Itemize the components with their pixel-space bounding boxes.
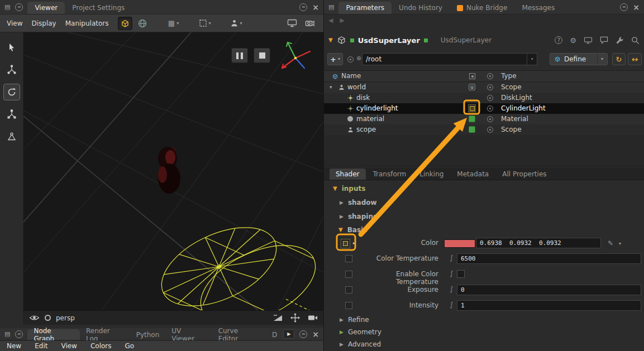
tab-metadata[interactable]: Metadata [451, 169, 495, 180]
close-icon[interactable]: × [312, 330, 319, 338]
camera-name[interactable]: persp [56, 314, 75, 322]
color-temperature-input[interactable]: 6500 [457, 253, 641, 264]
edit-pen-icon[interactable]: ✎ [608, 239, 613, 247]
close-icon[interactable]: × [312, 3, 319, 11]
path-dropdown-icon[interactable]: ▾ [527, 54, 533, 65]
visibility-icon[interactable] [487, 95, 493, 101]
exposure-input[interactable]: 0 [457, 285, 641, 295]
camera-person-dropdown[interactable]: ▾ [229, 17, 244, 30]
expression-icon[interactable]: ∫ [450, 270, 453, 277]
tab-uv-viewer[interactable]: UV Viewer [165, 329, 212, 340]
visibility-icon[interactable] [487, 127, 493, 133]
tab-all-properties[interactable]: All Properties [496, 169, 552, 180]
panel-menu-icon[interactable]: ▤ [328, 4, 334, 10]
enable-color-temperature-checkbox[interactable] [457, 270, 465, 278]
expression-icon[interactable]: ∫ [450, 301, 453, 309]
gear-icon[interactable]: ⚙ [570, 36, 576, 45]
prim-path-input[interactable]: /root ▾ [362, 53, 537, 65]
tab-nuke-bridge[interactable]: Nuke Bridge [450, 2, 514, 14]
camera-ring-icon[interactable] [45, 315, 51, 321]
snapshot-button[interactable] [302, 17, 317, 30]
status-badge[interactable] [469, 116, 475, 122]
visibility-icon[interactable] [487, 84, 493, 90]
tab-parameters[interactable]: Parameters [338, 2, 392, 14]
name-column-header[interactable]: Name [341, 72, 361, 80]
select-tool-button[interactable] [3, 39, 20, 56]
visibility-icon[interactable] [487, 116, 493, 122]
tab-transform[interactable]: Transform [367, 169, 413, 180]
shading-mode-button[interactable] [118, 17, 132, 30]
tab-truncated[interactable]: D [266, 329, 283, 340]
status-badge[interactable]: u [469, 84, 475, 90]
table-row-world[interactable]: ▾ world u Scope [324, 82, 644, 93]
table-row-cylinderlight[interactable]: cylinderlight CylinderLight [324, 103, 644, 114]
group-refine[interactable]: ▶ Refine [340, 315, 369, 325]
add-prim-button[interactable]: + ▾ [327, 53, 343, 65]
translate-tool-button[interactable] [3, 61, 20, 78]
watch-icon[interactable] [347, 56, 354, 62]
comment-icon[interactable] [600, 36, 608, 44]
transform-tool-button[interactable] [3, 106, 20, 123]
help-icon[interactable]: ? [555, 36, 562, 44]
intensity-input[interactable]: 1 [457, 300, 641, 311]
back-icon[interactable]: ◀ [328, 17, 333, 24]
layout-dropdown-button[interactable]: ▦▾ [166, 17, 181, 30]
panel-menu-icon[interactable]: ▤ [4, 331, 10, 337]
tab-linking[interactable]: Linking [413, 169, 450, 180]
expand-icon[interactable]: ▼ [333, 186, 337, 191]
color-value-input[interactable]: 0.6938 0.0932 0.0932 [476, 238, 601, 248]
character-model[interactable] [158, 147, 180, 194]
state-column-icon[interactable] [469, 73, 475, 79]
node-name[interactable]: UsdSuperLayer [358, 36, 420, 45]
panel-options-icon[interactable]: ≡ [15, 3, 23, 11]
tab-render-log[interactable]: Render Log [80, 329, 130, 340]
swap-button[interactable]: ↔ [628, 53, 642, 65]
local-value-indicator-icon[interactable] [468, 104, 476, 112]
local-value-indicator-icon[interactable] [341, 239, 350, 248]
pane-menu-icon[interactable]: ≡ [620, 3, 628, 11]
group-shaping[interactable]: ▶ shaping [340, 211, 378, 222]
collapse-icon[interactable]: ▾ [330, 84, 332, 90]
close-icon[interactable]: × [633, 3, 640, 11]
menu-view[interactable]: View [7, 20, 22, 27]
panel-options-icon[interactable]: ≡ [15, 330, 23, 338]
eye-icon[interactable] [29, 314, 40, 321]
tab-curve-editor[interactable]: Curve Editor [212, 329, 266, 340]
tab-undo-history[interactable]: Undo History [392, 2, 450, 14]
menu-go[interactable]: Go [125, 342, 135, 350]
stop-button[interactable] [254, 48, 270, 63]
expand-node-icon[interactable]: ▼ [328, 37, 333, 43]
status-badge[interactable] [469, 126, 475, 133]
color-swatch[interactable] [444, 239, 475, 248]
render-camera-icon[interactable] [308, 314, 318, 321]
tab-viewer[interactable]: Viewer [27, 2, 65, 14]
wrench-icon[interactable] [616, 36, 624, 45]
pane-menu-icon[interactable]: ≡ [299, 3, 307, 11]
cylinder-light-wireframe[interactable] [150, 211, 323, 310]
tab-scroll-right-button[interactable]: ▶ [283, 329, 294, 339]
menu-manipulators[interactable]: Manipulators [65, 20, 109, 27]
menu-new[interactable]: New [7, 342, 21, 350]
visibility-column-icon[interactable] [487, 73, 493, 79]
sync-icon[interactable]: ⊕ [356, 55, 361, 62]
globe-button[interactable] [135, 17, 150, 30]
table-row-material[interactable]: material Material [324, 114, 644, 124]
table-row-scope[interactable]: scope Scope [324, 124, 644, 135]
menu-edit[interactable]: Edit [35, 342, 47, 350]
tab-messages[interactable]: Messages [514, 2, 562, 14]
viewport[interactable] [23, 32, 323, 310]
selection-mode-dropdown[interactable]: ▾ [198, 17, 212, 30]
monitor-icon[interactable] [584, 37, 593, 44]
menu-display[interactable]: Display [31, 20, 56, 27]
rotate-tool-button[interactable] [3, 84, 20, 100]
forward-icon[interactable]: ▶ [340, 17, 344, 24]
define-dropdown[interactable]: Define ▾ [550, 53, 608, 65]
inputs-group[interactable]: ▼ inputs [333, 184, 365, 194]
type-column-header[interactable]: Type [501, 72, 517, 80]
tab-python[interactable]: Python [130, 329, 166, 340]
panel-menu-icon[interactable]: ▤ [4, 4, 10, 10]
param-state-icon[interactable] [345, 302, 352, 309]
group-advanced[interactable]: ▶ Advanced [340, 339, 381, 349]
param-state-icon[interactable] [345, 255, 352, 262]
monitor-button[interactable] [285, 17, 299, 30]
